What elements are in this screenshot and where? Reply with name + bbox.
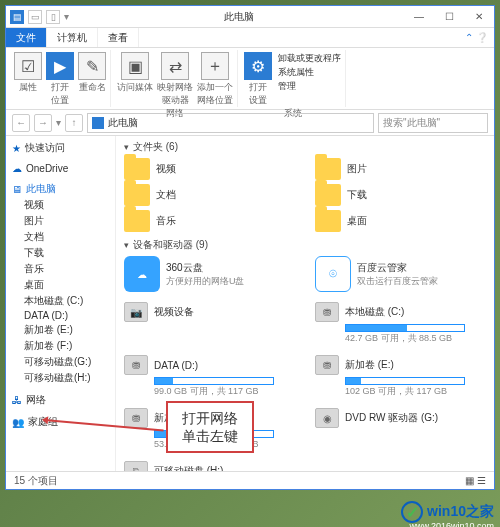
- qat-new-icon[interactable]: ▯: [46, 10, 60, 24]
- map-drive-icon[interactable]: ⇄: [161, 52, 189, 80]
- uninstall-link[interactable]: 卸载或更改程序: [278, 52, 341, 65]
- minimize-button[interactable]: —: [404, 6, 434, 28]
- folder-icon: [315, 158, 341, 180]
- folder-downloads[interactable]: 下载: [315, 184, 486, 206]
- ribbon-group-system: ⚙打开 设置 卸载或更改程序 系统属性 管理 系统: [240, 50, 346, 107]
- open-icon[interactable]: ▶: [46, 52, 74, 80]
- tab-file[interactable]: 文件: [6, 28, 47, 47]
- drive-video-device[interactable]: 📷视频设备: [124, 302, 295, 345]
- sidebar-desktop[interactable]: 桌面: [8, 277, 113, 293]
- title-bar: ▤ ▭ ▯ ▾ 此电脑 — ☐ ✕: [6, 6, 494, 28]
- folder-desktop[interactable]: 桌面: [315, 210, 486, 232]
- disk-icon: ⛃: [315, 302, 339, 322]
- drive-h[interactable]: ⎘可移动磁盘 (H:) 0.98 GB 可用，共 7.60 GB: [124, 461, 295, 471]
- sidebar-music[interactable]: 音乐: [8, 261, 113, 277]
- view-switch[interactable]: ▦ ☰: [465, 475, 486, 486]
- sidebar-drive-g[interactable]: 可移动磁盘(G:): [8, 354, 113, 370]
- folder-icon: [124, 210, 150, 232]
- help-icon[interactable]: ⌃ ❔: [459, 32, 494, 43]
- props-icon[interactable]: ☑: [14, 52, 42, 80]
- sidebar-drive-c[interactable]: 本地磁盘 (C:): [8, 293, 113, 309]
- folder-icon: [124, 158, 150, 180]
- address-bar-row: ← → ▾ ↑ 此电脑 搜索"此电脑": [6, 110, 494, 136]
- drive-c[interactable]: ⛃本地磁盘 (C:) 42.7 GB 可用，共 88.5 GB: [315, 302, 486, 345]
- qat-props-icon[interactable]: ▭: [28, 10, 42, 24]
- drive-g[interactable]: ◉DVD RW 驱动器 (G:): [315, 408, 486, 451]
- camera-icon: 📷: [124, 302, 148, 322]
- drive-d[interactable]: ⛃DATA (D:) 99.0 GB 可用，共 117 GB: [124, 355, 295, 398]
- ribbon-group-network: ▣访问媒体 ⇄映射网络 驱动器 ＋添加一个 网络位置 网络: [113, 50, 238, 107]
- disk-icon: ⛃: [124, 408, 148, 428]
- address-field[interactable]: 此电脑: [87, 113, 374, 133]
- ribbon-tabs: 文件 计算机 查看 ⌃ ❔: [6, 28, 494, 48]
- explorer-window: ▤ ▭ ▯ ▾ 此电脑 — ☐ ✕ 文件 计算机 查看 ⌃ ❔ ☑属性 ▶打开 …: [5, 5, 495, 490]
- folder-icon: [315, 184, 341, 206]
- sidebar-downloads[interactable]: 下载: [8, 245, 113, 261]
- forward-button[interactable]: →: [34, 114, 52, 132]
- status-count: 15 个项目: [14, 474, 58, 488]
- baidu-icon: ⦾: [315, 256, 351, 292]
- sidebar-network[interactable]: 🖧网络: [8, 392, 113, 408]
- manage-link[interactable]: 管理: [278, 80, 341, 93]
- drive-e[interactable]: ⛃新加卷 (E:) 102 GB 可用，共 117 GB: [315, 355, 486, 398]
- disk-icon: ⛃: [315, 355, 339, 375]
- watermark-icon: ✓: [401, 501, 423, 523]
- back-button[interactable]: ←: [12, 114, 30, 132]
- sidebar-docs[interactable]: 文档: [8, 229, 113, 245]
- sidebar-drive-h[interactable]: 可移动磁盘(H:): [8, 370, 113, 386]
- section-folders: 文件夹 (6) 视频 图片 文档 下载 音乐 桌面: [124, 140, 486, 232]
- close-button[interactable]: ✕: [464, 6, 494, 28]
- folder-docs[interactable]: 文档: [124, 184, 295, 206]
- folder-videos[interactable]: 视频: [124, 158, 295, 180]
- folders-header[interactable]: 文件夹 (6): [124, 140, 486, 154]
- sidebar-quick-access[interactable]: ★快速访问: [8, 140, 113, 156]
- ribbon-group-location: ☑属性 ▶打开 ✎重命名 位置: [10, 50, 111, 107]
- sidebar-this-pc[interactable]: 🖥此电脑: [8, 181, 113, 197]
- drives-header[interactable]: 设备和驱动器 (9): [124, 238, 486, 252]
- settings-icon[interactable]: ⚙: [244, 52, 272, 80]
- rename-icon[interactable]: ✎: [78, 52, 106, 80]
- pc-icon: [92, 117, 104, 129]
- watermark: ✓ win10之家 www.2016win10.com: [401, 501, 494, 523]
- ribbon: ☑属性 ▶打开 ✎重命名 位置 ▣访问媒体 ⇄映射网络 驱动器 ＋添加一个 网络…: [6, 48, 494, 110]
- dvd-icon: ◉: [315, 408, 339, 428]
- sidebar-videos[interactable]: 视频: [8, 197, 113, 213]
- sidebar-drive-f[interactable]: 新加卷 (F:): [8, 338, 113, 354]
- sidebar-pictures[interactable]: 图片: [8, 213, 113, 229]
- folder-pictures[interactable]: 图片: [315, 158, 486, 180]
- drive-360yun[interactable]: ☁360云盘方便好用的网络U盘: [124, 256, 295, 292]
- app-icon[interactable]: ▤: [10, 10, 24, 24]
- sidebar-drive-d[interactable]: DATA (D:): [8, 309, 113, 322]
- disk-icon: ⛃: [124, 355, 148, 375]
- folder-icon: [315, 210, 341, 232]
- maximize-button[interactable]: ☐: [434, 6, 464, 28]
- status-bar: 15 个项目 ▦ ☰: [6, 471, 494, 489]
- sidebar-onedrive[interactable]: ☁OneDrive: [8, 162, 113, 175]
- folder-icon: [124, 184, 150, 206]
- search-field[interactable]: 搜索"此电脑": [378, 113, 488, 133]
- media-icon[interactable]: ▣: [121, 52, 149, 80]
- add-net-icon[interactable]: ＋: [201, 52, 229, 80]
- tab-computer[interactable]: 计算机: [47, 28, 98, 47]
- group-label-location: 位置: [51, 94, 69, 107]
- qat-more-icon[interactable]: ▾: [64, 11, 69, 22]
- recent-dropdown-icon[interactable]: ▾: [56, 117, 61, 128]
- sysprops-link[interactable]: 系统属性: [278, 66, 341, 79]
- window-title: 此电脑: [73, 10, 404, 24]
- tab-view[interactable]: 查看: [98, 28, 139, 47]
- sidebar-drive-e[interactable]: 新加卷 (E:): [8, 322, 113, 338]
- up-button[interactable]: ↑: [65, 114, 83, 132]
- annotation-box: 打开网络 单击左键: [166, 401, 254, 453]
- folder-music[interactable]: 音乐: [124, 210, 295, 232]
- usb-icon: ⎘: [124, 461, 148, 471]
- drive-baidu[interactable]: ⦾百度云管家双击运行百度云管家: [315, 256, 486, 292]
- cloud-icon: ☁: [124, 256, 160, 292]
- quick-access-toolbar: ▤ ▭ ▯ ▾: [6, 10, 73, 24]
